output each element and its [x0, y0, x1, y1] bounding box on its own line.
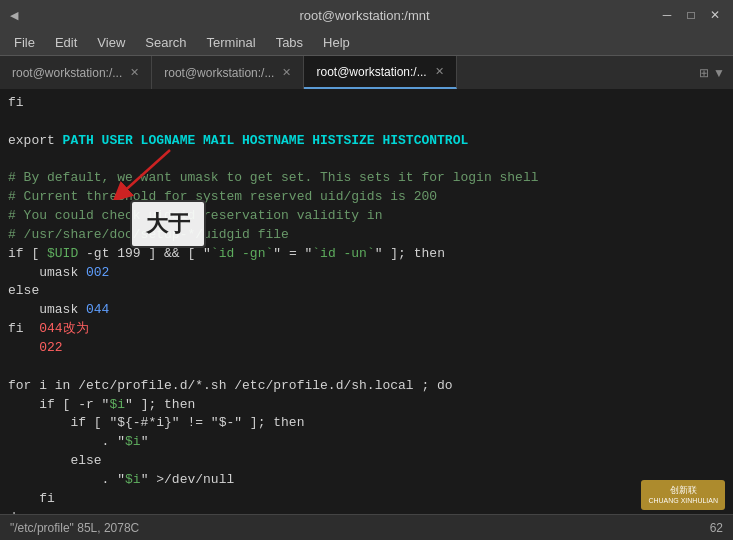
line-comment1: # By default, we want umask to get set. … [8, 169, 725, 188]
line-info: 62 [710, 521, 723, 535]
line-fi: fi [8, 94, 725, 113]
tab-1-close[interactable]: ✕ [130, 66, 139, 79]
line-dot1: . "$i" [8, 433, 725, 452]
tab-3-label: root@workstation:/... [316, 65, 426, 79]
tab-bar: root@workstation:/... ✕ root@workstation… [0, 56, 733, 90]
minimize-button[interactable]: ─ [659, 7, 675, 23]
file-info: "/etc/profile" 85L, 2078C [10, 521, 139, 535]
line-dot2: . "$i" >/dev/null [8, 471, 725, 490]
tab-menu-icon[interactable]: ▼ [713, 66, 725, 80]
watermark-line2: CHUANG XINHULIAN [648, 496, 718, 506]
menu-edit[interactable]: Edit [47, 33, 85, 52]
tab-2[interactable]: root@workstation:/... ✕ [152, 56, 304, 89]
tab-1-label: root@workstation:/... [12, 66, 122, 80]
line-umask1: umask 002 [8, 264, 725, 283]
line-else: else [8, 282, 725, 301]
menu-terminal[interactable]: Terminal [199, 33, 264, 52]
menu-bar: File Edit View Search Terminal Tabs Help [0, 30, 733, 56]
line-for: for i in /etc/profile.d/*.sh /etc/profil… [8, 377, 725, 396]
window-title: root@workstation:/mnt [70, 8, 659, 23]
menu-tabs[interactable]: Tabs [268, 33, 311, 52]
line-blank3 [8, 358, 725, 377]
status-bar: "/etc/profile" 85L, 2078C 62 [0, 514, 733, 540]
menu-view[interactable]: View [89, 33, 133, 52]
line-fi2: fi 044改为 [8, 320, 725, 339]
tab-2-label: root@workstation:/... [164, 66, 274, 80]
terminal-content[interactable]: fi export PATH USER LOGNAME MAIL HOSTNAM… [0, 90, 733, 514]
menu-prev[interactable]: ◀ [10, 9, 18, 22]
watermark-line1: 创新联 [648, 484, 718, 497]
line-else2: else [8, 452, 725, 471]
maximize-button[interactable]: □ [683, 7, 699, 23]
line-done: done [8, 509, 725, 514]
line-022: 022 [8, 339, 725, 358]
menu-help[interactable]: Help [315, 33, 358, 52]
tab-3-close[interactable]: ✕ [435, 65, 444, 78]
line-blank2 [8, 151, 725, 170]
line-if: if [ $UID -gt 199 ] && [ "`id -gn`" = "`… [8, 245, 725, 264]
line-fi3: fi [8, 490, 725, 509]
tab-1[interactable]: root@workstation:/... ✕ [0, 56, 152, 89]
tab-3[interactable]: root@workstation:/... ✕ [304, 56, 456, 89]
line-blank1 [8, 113, 725, 132]
line-if2: if [ -r "$i" ]; then [8, 396, 725, 415]
line-comment4: # /usr/share/doc/setup-*/uidgid file [8, 226, 725, 245]
line-export: export PATH USER LOGNAME MAIL HOSTNAME H… [8, 132, 725, 151]
line-comment2: # Current threshold for system reserved … [8, 188, 725, 207]
title-bar: ◀ root@workstation:/mnt ─ □ ✕ [0, 0, 733, 30]
new-tab-icon[interactable]: ⊞ [699, 66, 709, 80]
line-comment3: # You could check uidgid reservation val… [8, 207, 725, 226]
menu-file[interactable]: File [6, 33, 43, 52]
menu-search[interactable]: Search [137, 33, 194, 52]
tab-2-close[interactable]: ✕ [282, 66, 291, 79]
line-if3: if [ "${-#*i}" != "$-" ]; then [8, 414, 725, 433]
watermark: 创新联 CHUANG XINHULIAN [641, 480, 725, 510]
line-umask2: umask 044 [8, 301, 725, 320]
close-button[interactable]: ✕ [707, 7, 723, 23]
tab-extras: ⊞ ▼ [691, 56, 733, 89]
